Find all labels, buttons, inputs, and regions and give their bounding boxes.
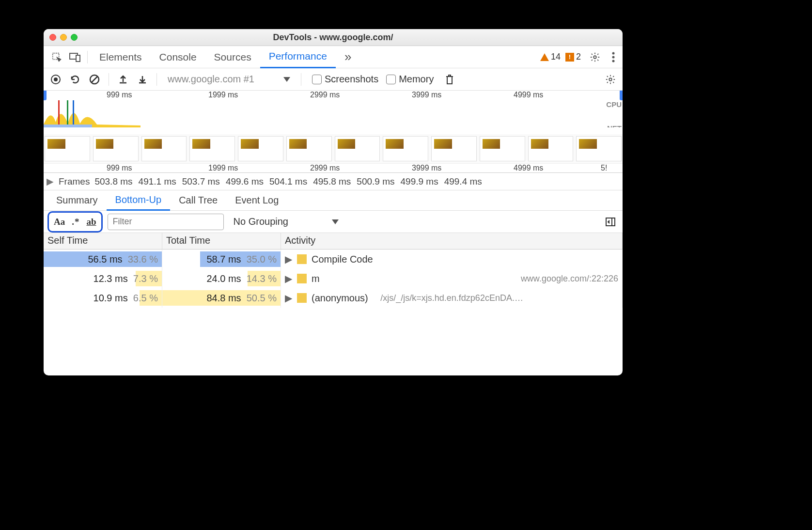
cpu-overview: CPU NET [44, 100, 623, 127]
warnings-badge[interactable]: 14 [540, 52, 561, 62]
marker-blue [73, 100, 74, 127]
timeline-overview[interactable]: 999 ms 1999 ms 2999 ms 3999 ms 4999 ms C… [44, 91, 623, 173]
window-titlebar: DevTools - www.google.com/ [44, 29, 623, 46]
filmstrip-thumb[interactable] [383, 136, 428, 161]
filmstrip-thumb[interactable] [576, 136, 622, 161]
match-case-icon[interactable]: Aa [54, 217, 65, 227]
col-self-time[interactable]: Self Time [44, 233, 162, 249]
settings-icon[interactable] [586, 46, 604, 68]
filmstrip-thumb[interactable] [480, 136, 525, 161]
svg-point-6 [612, 60, 615, 62]
memory-checkbox[interactable]: Memory [386, 74, 434, 85]
disclosure-icon[interactable]: ▶ [285, 253, 292, 265]
filmstrip-thumb[interactable] [141, 136, 187, 161]
recording-select[interactable]: www.google.com #1 [163, 74, 295, 85]
inspect-element-icon[interactable] [47, 46, 66, 68]
frame-times: 503.8 ms 491.1 ms 503.7 ms 499.6 ms 504.… [94, 176, 482, 187]
disclosure-icon[interactable]: ▶ [285, 273, 292, 284]
svg-line-10 [92, 77, 97, 82]
filter-options-highlighted: Aa .* ab [47, 211, 103, 233]
tab-bottom-up[interactable]: Bottom-Up [107, 190, 171, 211]
table-header: Self Time Total Time Activity [44, 233, 623, 249]
expand-frames-icon[interactable]: ▶ [47, 176, 54, 187]
main-tabstrip: Elements Console Sources Performance » 1… [44, 46, 623, 68]
disclosure-icon[interactable]: ▶ [285, 292, 292, 304]
screenshots-checkbox[interactable]: Screenshots [312, 74, 378, 85]
svg-point-3 [593, 56, 596, 59]
col-activity[interactable]: Activity [281, 233, 623, 249]
issues-badge[interactable]: ! 2 [565, 52, 581, 62]
tab-sources[interactable]: Sources [205, 46, 260, 68]
download-profile-button[interactable] [134, 71, 151, 88]
warning-icon [540, 53, 549, 61]
filmstrip-thumb[interactable] [335, 136, 380, 161]
filmstrip-thumb[interactable] [189, 136, 235, 161]
svg-rect-2 [76, 55, 80, 62]
source-link[interactable]: /xjs/_/js/k=xjs.hd.en.fdzp62cEnDA.… [380, 293, 523, 303]
marker-green [67, 100, 68, 127]
svg-point-11 [609, 78, 612, 81]
whole-word-icon[interactable]: ab [86, 217, 96, 227]
bottom-up-table: Self Time Total Time Activity 56.5 ms 33… [44, 233, 623, 375]
clear-button[interactable] [86, 71, 103, 88]
overview-ruler-bottom: 999 ms 1999 ms 2999 ms 3999 ms 4999 ms 5… [44, 163, 623, 173]
chevron-down-icon [332, 219, 339, 224]
devtools-window: DevTools - www.google.com/ Elements Cons… [44, 29, 623, 375]
filmstrip-thumb[interactable] [238, 136, 283, 161]
tab-call-tree[interactable]: Call Tree [170, 190, 226, 211]
source-link[interactable]: www.google.com/:22:226 [521, 274, 618, 284]
activity-color-icon [297, 293, 307, 303]
net-overview [44, 127, 623, 134]
tab-performance[interactable]: Performance [260, 46, 336, 68]
record-button[interactable] [47, 71, 64, 88]
filmstrip-thumb[interactable] [286, 136, 332, 161]
svg-point-8 [54, 78, 58, 81]
filmstrip-thumb[interactable] [93, 136, 139, 161]
activity-color-icon [297, 274, 307, 283]
device-toolbar-icon[interactable] [66, 46, 84, 68]
filmstrip-thumb[interactable] [45, 136, 90, 161]
upload-profile-button[interactable] [115, 71, 131, 88]
marker-red [58, 100, 60, 127]
regex-icon[interactable]: .* [72, 217, 79, 227]
frames-label: Frames [59, 176, 90, 187]
tabs-overflow-icon[interactable]: » [336, 46, 360, 68]
table-row[interactable]: 10.9 ms 6.5 % 84.8 ms 50.5 % ▶(anonymous… [44, 288, 623, 308]
svg-point-5 [612, 56, 615, 58]
kebab-menu-icon[interactable] [604, 46, 623, 68]
filter-input[interactable] [108, 214, 224, 230]
tab-elements[interactable]: Elements [91, 46, 151, 68]
window-title: DevTools - www.google.com/ [44, 32, 623, 43]
performance-toolbar: www.google.com #1 Screenshots Memory [44, 68, 623, 91]
col-total-time[interactable]: Total Time [162, 233, 281, 249]
screenshot-filmstrip[interactable] [44, 134, 623, 163]
tab-event-log[interactable]: Event Log [226, 190, 287, 211]
issue-icon: ! [565, 53, 574, 62]
filmstrip-thumb[interactable] [528, 136, 574, 161]
overview-handle-right[interactable] [620, 91, 623, 100]
reload-record-button[interactable] [67, 71, 83, 88]
overview-ruler: 999 ms 1999 ms 2999 ms 3999 ms 4999 ms [44, 91, 623, 100]
activity-color-icon [297, 254, 307, 264]
toggle-sidebar-icon[interactable] [602, 214, 619, 230]
details-tabstrip: Summary Bottom-Up Call Tree Event Log [44, 190, 623, 211]
frames-track[interactable]: ▶ Frames 503.8 ms 491.1 ms 503.7 ms 499.… [44, 173, 623, 190]
filmstrip-thumb[interactable] [431, 136, 477, 161]
delete-recording-button[interactable] [441, 71, 458, 88]
capture-settings-icon[interactable] [602, 71, 619, 88]
svg-point-4 [612, 52, 615, 54]
table-row[interactable]: 12.3 ms 7.3 % 24.0 ms 14.3 % ▶mwww.googl… [44, 269, 623, 288]
table-row[interactable]: 56.5 ms 33.6 % 58.7 ms 35.0 % ▶Compile C… [44, 249, 623, 269]
bottom-up-filter-bar: Aa .* ab No Grouping [44, 211, 623, 233]
grouping-select[interactable]: No Grouping [234, 216, 339, 227]
chevron-down-icon [283, 77, 290, 82]
tab-summary[interactable]: Summary [47, 190, 107, 211]
tab-console[interactable]: Console [151, 46, 205, 68]
